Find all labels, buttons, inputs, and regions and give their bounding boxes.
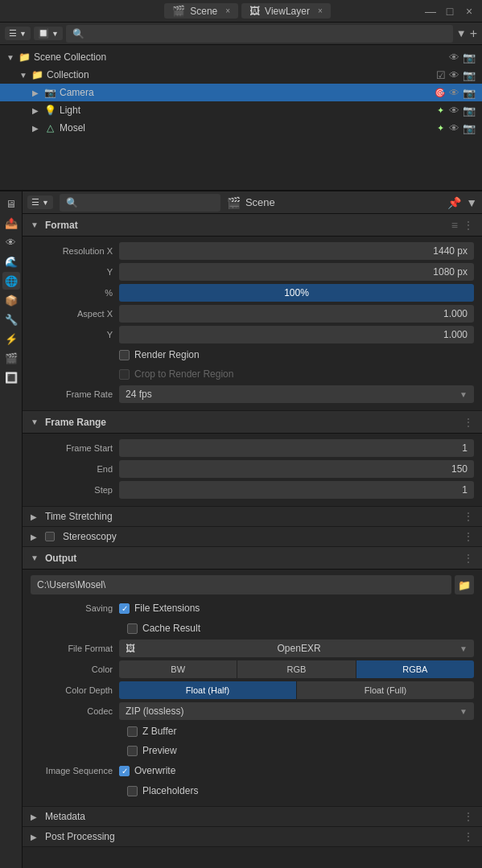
light-icon: 💡 (43, 104, 56, 117)
render-icon-cam[interactable]: 📷 (463, 87, 476, 99)
codec-dropdown[interactable]: ZIP (lossless) ▼ (119, 702, 474, 720)
filter-icon[interactable]: ▼ (456, 27, 467, 39)
prop-view-button[interactable]: ☰ ▼ (27, 195, 53, 209)
add-icon[interactable]: + (470, 27, 477, 41)
stereoscopy-checkbox[interactable] (45, 532, 55, 541)
check-icon[interactable]: ☑ (436, 69, 446, 81)
sidebar-btn-scene[interactable]: 🌊 (2, 253, 20, 270)
color-bw-button[interactable]: BW (119, 660, 237, 678)
resolution-pct-control: 100% (119, 284, 474, 302)
crop-region-checkbox[interactable] (119, 369, 130, 380)
color-rgb-button[interactable]: RGB (237, 660, 356, 678)
sidebar-btn-particles[interactable]: ⚡ (2, 330, 20, 348)
frame-end-input[interactable]: 150 (119, 460, 474, 478)
section-frame-range-header[interactable]: ▼ Frame Range ⋮ (23, 411, 482, 434)
aspect-x-input[interactable]: 1.000 (119, 305, 474, 323)
codec-control: ZIP (lossless) ▼ (119, 702, 474, 720)
file-format-dropdown[interactable]: 🖼 OpenEXR ▼ (119, 640, 474, 657)
render-icon-col[interactable]: 📷 (463, 69, 476, 81)
tab-scene[interactable]: 🎬 Scene × (164, 3, 238, 19)
frame-start-input[interactable]: 1 (119, 439, 474, 457)
output-path-input[interactable] (31, 575, 451, 594)
render-region-checkbox[interactable] (119, 350, 130, 360)
prop-search-input[interactable] (60, 194, 220, 212)
sidebar-btn-render[interactable]: 🖥 (2, 195, 20, 212)
placeholders-checkbox[interactable] (127, 786, 138, 796)
tree-toggle-light[interactable]: ▶ (32, 106, 43, 115)
output-more-icon[interactable]: ⋮ (463, 552, 474, 565)
visibility-icon-light[interactable]: 👁 (449, 105, 459, 117)
scene-collection-icon: 📁 (18, 51, 31, 64)
cache-result-label: Cache Result (142, 623, 200, 634)
image-seq-label: Image Sequence (31, 766, 119, 775)
time-stretching-more-icon[interactable]: ⋮ (463, 510, 474, 523)
color-depth-half-button[interactable]: Float (Half) (119, 681, 297, 699)
frame-rate-dropdown[interactable]: 24 fps ▼ (119, 385, 474, 403)
sidebar-btn-constraints[interactable]: 🔳 (2, 368, 20, 386)
section-format-header[interactable]: ▼ Format ≡ ⋮ (23, 214, 482, 237)
zbuffer-checkbox[interactable] (127, 726, 138, 737)
tree-toggle-mosel[interactable]: ▶ (32, 124, 43, 133)
tab-viewlayer[interactable]: 🖼 ViewLayer × (241, 3, 331, 19)
render-icon[interactable]: 📷 (463, 51, 476, 64)
output-folder-button[interactable]: 📁 (455, 575, 474, 594)
cache-result-checkbox[interactable] (127, 623, 138, 634)
sidebar-btn-output[interactable]: 📤 (2, 214, 20, 232)
sidebar-btn-physics[interactable]: 🎬 (2, 349, 20, 367)
section-stereoscopy-header[interactable]: ▶ Stereoscopy ⋮ (23, 527, 482, 546)
section-format: ▼ Format ≡ ⋮ Resolution X 1440 px (23, 214, 482, 411)
frame-range-more-icon[interactable]: ⋮ (463, 416, 474, 429)
tree-item-camera[interactable]: ▶ 📷 Camera 🎯 👁 📷 (0, 84, 482, 101)
tree-toggle-scene-collection[interactable]: ▼ (6, 53, 18, 62)
tree-item-light[interactable]: ▶ 💡 Light ✦ 👁 📷 (0, 101, 482, 119)
resolution-y-input[interactable]: 1080 px (119, 263, 474, 281)
tree-toggle-collection[interactable]: ▼ (19, 71, 31, 80)
frame-rate-value: 24 fps (126, 389, 152, 400)
tab-viewlayer-close[interactable]: × (318, 6, 323, 15)
outliner-mode-button[interactable]: 🔲 ▼ (34, 27, 63, 40)
tree-item-scene-collection[interactable]: ▼ 📁 Scene Collection 👁 📷 (0, 48, 482, 66)
collapse-all-icon[interactable]: ▼ (466, 196, 477, 209)
visibility-icon-cam[interactable]: 👁 (449, 87, 459, 99)
color-depth-full-button[interactable]: Float (Full) (297, 681, 474, 699)
format-list-icon[interactable]: ≡ (451, 219, 458, 232)
overwrite-checkbox[interactable]: ✓ (119, 766, 130, 776)
render-icon-mosel[interactable]: 📷 (463, 122, 476, 134)
preview-checkbox[interactable] (127, 746, 138, 756)
render-icon-light[interactable]: 📷 (463, 105, 476, 117)
sidebar-btn-world[interactable]: 🌐 (2, 272, 20, 290)
format-actions: ≡ ⋮ (451, 219, 474, 232)
sidebar-btn-modifier[interactable]: 🔧 (2, 311, 20, 328)
format-more-icon[interactable]: ⋮ (463, 219, 474, 232)
maximize-button[interactable]: □ (443, 5, 456, 18)
post-processing-more-icon[interactable]: ⋮ (463, 830, 474, 843)
tab-scene-close[interactable]: × (225, 6, 230, 15)
tree-item-collection[interactable]: ▼ 📁 Collection ☑ 👁 📷 (0, 66, 482, 84)
sidebar-btn-view[interactable]: 👁 (2, 233, 20, 251)
outliner-search-input[interactable] (66, 25, 453, 43)
stereoscopy-more-icon[interactable]: ⋮ (463, 530, 474, 543)
outliner-view-button[interactable]: ☰ ▼ (5, 27, 31, 40)
frame-step-input[interactable]: 1 (119, 481, 474, 499)
visibility-icon-mosel[interactable]: 👁 (449, 122, 459, 134)
close-button[interactable]: × (463, 5, 476, 18)
visibility-icon[interactable]: 👁 (449, 51, 459, 64)
tree-toggle-camera[interactable]: ▶ (32, 88, 43, 97)
sidebar-btn-object[interactable]: 📦 (2, 291, 20, 309)
metadata-more-icon[interactable]: ⋮ (463, 810, 474, 823)
tab-scene-label: Scene (190, 6, 217, 17)
color-rgba-button[interactable]: RGBA (356, 660, 474, 678)
aspect-y-input[interactable]: 1.000 (119, 326, 474, 343)
color-depth-label: Color Depth (31, 685, 119, 695)
resolution-pct-input[interactable]: 100% (119, 284, 474, 302)
file-extensions-checkbox[interactable]: ✓ (119, 603, 130, 614)
visibility-icon-col[interactable]: 👁 (449, 69, 459, 81)
tree-item-mosel[interactable]: ▶ △ Mosel ✦ 👁 📷 (0, 119, 482, 137)
section-time-stretching-header[interactable]: ▶ Time Stretching ⋮ (23, 507, 482, 526)
section-metadata-header[interactable]: ▶ Metadata ⋮ (23, 807, 482, 826)
pin-icon[interactable]: 📌 (447, 196, 461, 209)
section-post-processing-header[interactable]: ▶ Post Processing ⋮ (23, 827, 482, 846)
minimize-button[interactable]: — (424, 5, 437, 18)
section-output-header[interactable]: ▼ Output ⋮ (23, 547, 482, 570)
resolution-x-input[interactable]: 1440 px (119, 242, 474, 260)
